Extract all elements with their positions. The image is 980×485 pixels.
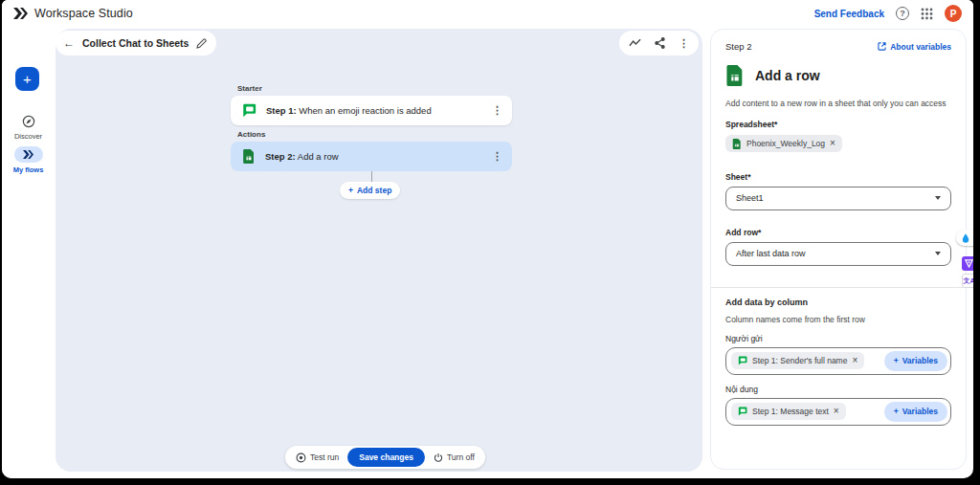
step-title: Step 1: When an emoji reaction is added [266,105,432,116]
remove-chip-icon[interactable]: × [830,139,835,148]
step-number: Step 2: [265,151,296,162]
add-step-label: Add step [357,186,391,195]
compass-icon [14,113,43,129]
step-number: Step 1: [266,105,297,116]
plus-icon: + [348,186,353,195]
variable-chip[interactable]: Step 1: Message text × [731,403,846,420]
remove-chip-icon[interactable]: × [852,356,858,365]
share-icon[interactable] [655,37,665,49]
top-app-bar: Workspace Studio Send Feedback ? P [2,0,973,27]
power-icon [434,452,443,463]
chevron-down-icon [935,252,941,255]
variables-button[interactable]: + Variables [884,402,947,422]
google-chat-icon [242,103,256,118]
panel-title: Add a row [755,68,820,83]
variable-chip-label: Step 1: Sender's full name [752,356,847,365]
new-flow-button[interactable]: + [15,67,39,91]
google-chat-icon [738,356,747,365]
sidebar-item-discover[interactable]: Discover [2,113,55,141]
spreadsheet-chip-label: Phoenix_Weekly_Log [746,139,825,148]
step-1-card[interactable]: Step 1: When an emoji reaction is added … [231,96,512,125]
step-menu-icon[interactable]: ⋮ [492,151,502,162]
help-icon[interactable]: ? [896,7,909,20]
translate-glyph: 文A [963,276,973,286]
add-step-button[interactable]: + Add step [340,182,400,199]
actions-section-label: Actions [237,130,265,139]
plus-icon: + [894,356,899,365]
more-options-icon[interactable]: ⋮ [679,38,689,49]
column-label-noi-dung: Nội dung [725,385,951,394]
side-panel-tab[interactable] [956,230,973,246]
google-sheets-icon [732,139,742,149]
step-description: Add a row [296,151,339,162]
test-run-icon [296,452,306,463]
add-row-select-value: After last data row [736,249,806,258]
column-value-field[interactable]: Step 1: Message text × + Variables [725,398,951,426]
column-label-nguoi-gui: Người gửi [725,334,951,343]
sidebar-item-my-flows[interactable]: My flows [2,146,55,174]
step-menu-icon[interactable]: ⋮ [492,105,502,116]
turn-off-label: Turn off [447,452,475,462]
panel-step-label: Step 2 [725,41,751,52]
spreadsheet-chip[interactable]: Phoenix_Weekly_Log × [725,135,842,152]
sheet-select-value: Sheet1 [736,193,764,203]
droplet-icon [962,233,969,243]
send-feedback-link[interactable]: Send Feedback [814,9,884,19]
flow-title: Collect Chat to Sheets [82,37,189,49]
app-logo: Workspace Studio [13,7,133,20]
test-run-button[interactable]: Test run [287,448,347,467]
panel-description: Add content to a new row in a sheet that… [725,99,951,108]
spreadsheet-field-label: Spreadsheet* [725,120,951,129]
canvas-toolbar: ⋮ [619,31,699,55]
step-2-card[interactable]: Step 2: Add a row ⋮ [231,142,512,171]
back-arrow-icon[interactable]: ← [63,36,75,50]
flow-header: ← Collect Chat to Sheets [56,31,216,55]
activity-icon[interactable] [629,38,641,48]
google-sheets-icon [242,149,256,164]
workspace-studio-logo-icon [13,8,28,19]
starter-section-label: Starter [237,84,262,93]
sheet-select[interactable]: Sheet1 [725,187,951,210]
column-value-field[interactable]: Step 1: Sender's full name × + Variables [725,347,951,375]
turn-off-button[interactable]: Turn off [425,448,483,467]
plus-icon: + [894,407,899,416]
left-rail: + Discover My flows [2,27,55,478]
add-data-heading: Add data by column [725,298,951,307]
flow-canvas: ← Collect Chat to Sheets ⋮ Starter Step … [56,29,702,472]
chevron-down-icon [935,196,941,200]
sidebar-item-label: Discover [14,132,42,141]
google-sheets-icon [725,65,745,86]
apps-grid-icon[interactable] [921,8,933,20]
my-flows-icon [14,146,43,163]
flow-footer-toolbar: Test run Save changes Turn off [285,446,485,469]
add-row-field-label: Add row* [725,228,951,237]
step-connector-line [371,171,372,182]
sidebar-item-label: My flows [13,165,44,174]
extension-translate-icon[interactable]: 文A [962,274,973,288]
variables-button[interactable]: + Variables [884,351,947,371]
about-variables-label: About variables [890,42,951,52]
test-run-label: Test run [310,452,339,462]
about-variables-link[interactable]: About variables [878,42,951,52]
step-description: When an emoji reaction is added [297,105,432,116]
sheet-field-label: Sheet* [725,172,951,182]
variable-chip[interactable]: Step 1: Sender's full name × [731,352,864,369]
avatar[interactable]: P [945,5,962,22]
variables-button-label: Variables [902,407,938,416]
google-chat-icon [738,407,747,416]
app-title: Workspace Studio [34,7,133,20]
save-changes-label: Save changes [359,452,413,462]
variable-chip-label: Step 1: Message text [752,407,829,416]
workspace-studio-window: Workspace Studio Send Feedback ? P + Dis… [2,0,973,478]
external-link-icon [878,42,886,51]
section-divider [711,287,966,288]
remove-chip-icon[interactable]: × [834,407,839,416]
step-config-panel: Step 2 About variables Add a row Add con… [710,29,967,470]
edit-pencil-icon[interactable] [196,38,207,49]
variables-button-label: Variables [902,356,938,365]
step-title: Step 2: Add a row [265,151,339,162]
add-row-select[interactable]: After last data row [725,242,951,266]
extension-shield-icon[interactable] [962,256,973,271]
add-data-subtext: Column names come from the first row [725,315,951,324]
save-changes-button[interactable]: Save changes [347,448,425,467]
